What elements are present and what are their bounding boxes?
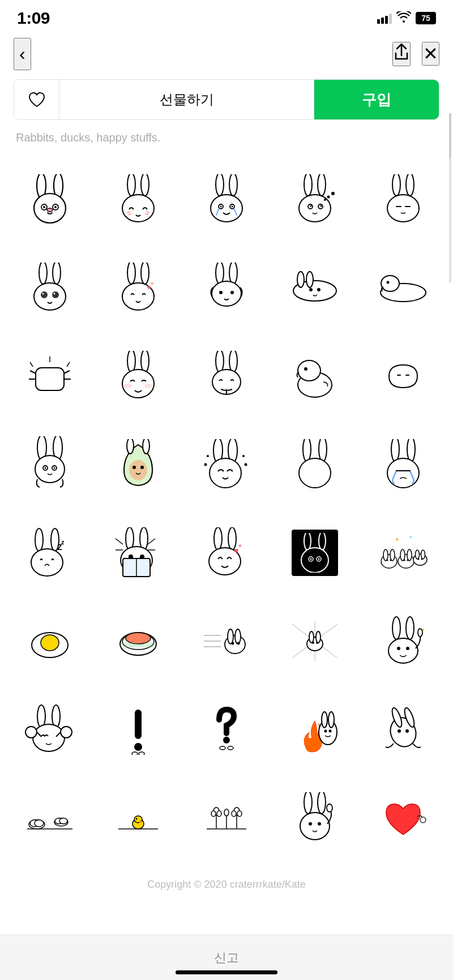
svg-point-20 (299, 195, 331, 222)
svg-point-57 (127, 351, 135, 372)
back-button[interactable]: ‹ (14, 38, 31, 70)
nav-bar: ‹ ✕ (0, 34, 453, 74)
sticker-6[interactable] (6, 244, 94, 332)
sticker-39[interactable] (271, 773, 359, 862)
svg-point-125 (407, 560, 409, 561)
report-label[interactable]: 신고 (214, 949, 239, 966)
sticker-26[interactable] (6, 597, 94, 685)
sticker-33[interactable] (182, 685, 271, 773)
sticker-4[interactable] (271, 156, 359, 244)
svg-point-9 (141, 174, 149, 196)
sticker-13[interactable] (182, 332, 271, 420)
sticker-21[interactable]: Z z (6, 509, 94, 597)
svg-point-10 (122, 195, 154, 222)
svg-point-43 (216, 263, 224, 284)
sticker-1[interactable] (6, 156, 94, 244)
svg-point-44 (229, 263, 237, 284)
svg-point-70 (35, 455, 65, 483)
wifi-icon (396, 11, 411, 25)
sticker-22[interactable] (94, 509, 182, 597)
sticker-14[interactable] (271, 332, 359, 420)
sticker-24[interactable] (271, 509, 359, 597)
svg-point-6 (54, 206, 57, 208)
sticker-18[interactable] (182, 420, 271, 509)
sticker-23[interactable]: ♥ ♥ (182, 509, 271, 597)
sticker-31[interactable] (6, 685, 94, 773)
sticker-17[interactable] (94, 420, 182, 509)
sticker-37[interactable] (94, 773, 182, 862)
svg-point-169 (132, 752, 138, 755)
sticker-32[interactable] (94, 685, 182, 773)
sticker-3[interactable] (182, 156, 271, 244)
svg-point-52 (317, 288, 320, 291)
svg-point-30 (387, 195, 419, 222)
sticker-8[interactable] (182, 244, 271, 332)
svg-point-111 (301, 548, 328, 573)
svg-point-91 (407, 439, 415, 462)
svg-point-130 (421, 558, 423, 560)
sticker-20[interactable] (359, 420, 447, 509)
svg-point-47 (230, 291, 234, 294)
sticker-grid: ♥ ♥ (0, 156, 453, 862)
sticker-description: Rabbits, ducks, happy stuffs. (0, 131, 453, 156)
svg-point-13 (211, 195, 242, 222)
svg-point-199 (237, 811, 242, 816)
gift-button[interactable]: 선물하기 (59, 80, 314, 119)
svg-point-37 (54, 293, 55, 295)
sticker-10[interactable] (359, 244, 447, 332)
svg-point-16 (220, 206, 222, 208)
sticker-25[interactable]: ✦ ✦ (359, 509, 447, 597)
sticker-12[interactable] (94, 332, 182, 420)
sticker-36[interactable] (6, 773, 94, 862)
sticker-38[interactable] (182, 773, 271, 862)
sticker-35[interactable] (359, 685, 447, 773)
svg-text:✦: ✦ (421, 627, 425, 633)
svg-text:♥: ♥ (151, 281, 153, 286)
svg-point-62 (216, 351, 224, 372)
svg-point-19 (318, 174, 326, 196)
svg-point-177 (324, 730, 327, 733)
sticker-11[interactable] (6, 332, 94, 420)
svg-point-11 (216, 174, 224, 196)
sticker-28[interactable] (182, 597, 271, 685)
svg-point-195 (217, 811, 221, 816)
favorite-button[interactable] (14, 80, 59, 119)
svg-rect-138 (122, 643, 154, 647)
scroll-thumb[interactable] (449, 113, 451, 158)
svg-point-76 (127, 439, 134, 454)
svg-point-25 (324, 199, 326, 201)
svg-point-85 (242, 455, 245, 457)
sticker-40[interactable] (359, 773, 447, 862)
close-button[interactable]: ✕ (422, 42, 439, 66)
status-bar: 1:09 75 (0, 0, 453, 34)
sticker-7[interactable]: ♥ ♥ (94, 244, 182, 332)
sticker-30[interactable]: ✦ (359, 597, 447, 685)
svg-point-12 (229, 174, 237, 196)
svg-point-73 (45, 467, 46, 469)
svg-point-143 (237, 642, 240, 645)
svg-text:✦: ✦ (409, 535, 413, 540)
svg-point-63 (229, 351, 237, 372)
svg-point-75 (129, 460, 147, 480)
svg-point-168 (134, 743, 142, 751)
sticker-27[interactable] (94, 597, 182, 685)
sticker-15[interactable] (359, 332, 447, 420)
sticker-34[interactable] (271, 685, 359, 773)
sticker-9[interactable] (271, 244, 359, 332)
sticker-29[interactable] (271, 597, 359, 685)
svg-point-118 (390, 549, 395, 561)
svg-point-51 (309, 288, 313, 291)
svg-point-200 (304, 792, 312, 814)
sticker-5[interactable] (359, 156, 447, 244)
share-button[interactable] (392, 42, 411, 66)
svg-point-173 (228, 746, 233, 750)
svg-point-201 (318, 792, 326, 814)
sticker-19[interactable] (271, 420, 359, 509)
svg-point-90 (391, 439, 399, 462)
sticker-16[interactable] (6, 420, 94, 509)
svg-point-87 (303, 439, 311, 462)
sticker-2[interactable] (94, 156, 182, 244)
svg-point-122 (400, 549, 405, 561)
buy-button[interactable]: 구입 (314, 80, 439, 119)
scroll-track[interactable] (449, 113, 451, 283)
